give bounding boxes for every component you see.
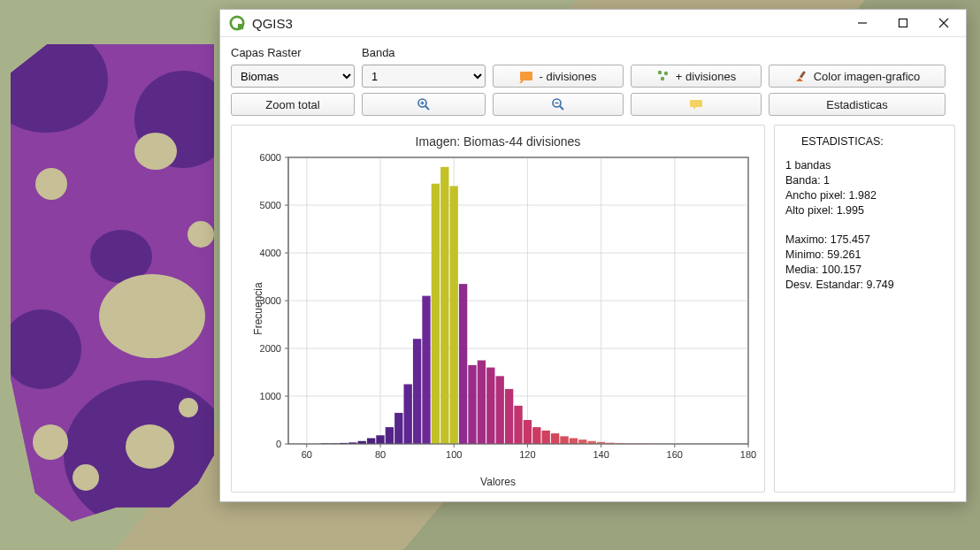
- svg-rect-79: [486, 368, 494, 444]
- raster-layer-select[interactable]: Biomas: [231, 65, 355, 88]
- svg-line-16: [560, 106, 563, 110]
- maximize-button[interactable]: [883, 10, 923, 36]
- window-title: QGIS3: [252, 16, 293, 31]
- svg-rect-68: [386, 427, 394, 444]
- stats-line: 1 bandas: [785, 158, 944, 173]
- svg-rect-72: [422, 296, 430, 444]
- svg-text:160: 160: [667, 449, 683, 460]
- stats-line: Minimo: 59.261: [785, 248, 944, 263]
- svg-text:140: 140: [593, 449, 609, 460]
- svg-rect-6: [520, 72, 532, 80]
- chart-title: Imagen: Biomas-44 divisiones: [237, 134, 759, 149]
- svg-text:5000: 5000: [260, 200, 281, 210]
- svg-rect-81: [505, 389, 513, 444]
- zoom-out-button[interactable]: [493, 93, 624, 116]
- svg-rect-78: [478, 361, 486, 445]
- brush-icon: [794, 69, 808, 83]
- plus-divisions-label: + divisiones: [676, 70, 736, 83]
- chart-xlabel: Valores: [237, 476, 759, 488]
- band-select[interactable]: 1: [362, 65, 486, 88]
- close-button[interactable]: [923, 10, 964, 36]
- minus-divisions-label: - divisiones: [539, 70, 596, 83]
- svg-rect-85: [542, 431, 550, 444]
- svg-text:0: 0: [276, 439, 281, 449]
- svg-point-7: [658, 71, 662, 74]
- zoom-all-label: Zoom total: [265, 98, 319, 111]
- statistics-label: Estadisticas: [826, 98, 887, 111]
- svg-rect-67: [376, 435, 384, 444]
- svg-text:6000: 6000: [260, 152, 281, 163]
- zoom-in-button[interactable]: [362, 93, 486, 116]
- svg-text:80: 80: [375, 449, 386, 460]
- layers-label: Capas Raster: [231, 46, 355, 59]
- svg-text:1000: 1000: [260, 391, 281, 401]
- color-button-label: Color imagen-grafico: [814, 70, 921, 83]
- svg-rect-76: [459, 284, 467, 444]
- svg-rect-69: [394, 413, 402, 444]
- svg-text:100: 100: [446, 449, 462, 460]
- stats-line: Maximo: 175.457: [785, 233, 944, 248]
- zoom-all-button[interactable]: Zoom total: [231, 93, 355, 116]
- svg-text:2000: 2000: [260, 343, 281, 354]
- plus-divisions-button[interactable]: + divisiones: [631, 65, 762, 88]
- svg-rect-88: [570, 439, 578, 444]
- svg-rect-89: [578, 439, 586, 444]
- svg-rect-10: [800, 71, 806, 78]
- svg-text:180: 180: [740, 449, 756, 460]
- svg-rect-66: [367, 439, 375, 444]
- band-label: Banda: [362, 46, 486, 59]
- svg-rect-80: [496, 376, 504, 444]
- statistics-panel: ESTADISTICAS: 1 bandasBanda: 1Ancho pixe…: [774, 125, 955, 493]
- stats-header: ESTADISTICAS:: [801, 134, 944, 149]
- svg-rect-70: [404, 385, 412, 445]
- remove-division-icon: [519, 69, 533, 83]
- svg-rect-77: [468, 365, 476, 444]
- svg-rect-87: [560, 436, 568, 444]
- svg-line-12: [425, 106, 429, 110]
- chart-ylabel: Frecuencia: [252, 282, 264, 334]
- minimize-button[interactable]: [842, 10, 883, 36]
- stats-line: Alto pixel: 1.995: [785, 203, 944, 218]
- histogram-panel: Imagen: Biomas-44 divisiones Frecuencia …: [231, 125, 765, 493]
- svg-rect-83: [524, 420, 532, 444]
- minus-divisions-button[interactable]: - divisiones: [493, 65, 624, 88]
- plugin-window: QGIS3 Capas Raster Banda Biomas 1 - divi…: [219, 9, 967, 502]
- svg-point-9: [661, 77, 664, 80]
- svg-rect-84: [532, 427, 540, 444]
- color-image-chart-button[interactable]: Color imagen-grafico: [769, 65, 946, 88]
- svg-rect-82: [514, 406, 522, 444]
- qgis-logo-icon: [229, 15, 245, 31]
- stats-line: Banda: 1: [785, 173, 944, 188]
- stats-line: [785, 218, 944, 233]
- svg-text:120: 120: [519, 449, 535, 460]
- svg-text:60: 60: [302, 449, 312, 460]
- raster-layer: [11, 44, 214, 522]
- titlebar[interactable]: QGIS3: [220, 10, 966, 37]
- identify-button[interactable]: [631, 93, 762, 116]
- histogram-chart: 0100020003000400050006000608010012014016…: [237, 150, 759, 477]
- svg-rect-86: [551, 433, 559, 444]
- svg-rect-73: [432, 184, 440, 444]
- svg-rect-71: [413, 339, 421, 444]
- svg-text:4000: 4000: [260, 248, 281, 258]
- svg-rect-74: [440, 167, 448, 444]
- svg-rect-1: [238, 24, 243, 29]
- speech-bubble-icon: [689, 97, 703, 111]
- svg-rect-3: [900, 19, 907, 27]
- stats-line: Media: 100.157: [785, 263, 944, 278]
- zoom-in-icon: [417, 97, 431, 111]
- zoom-out-icon: [551, 97, 565, 111]
- stats-line: Desv. Estandar: 9.749: [785, 278, 944, 293]
- statistics-button[interactable]: Estadisticas: [769, 93, 946, 116]
- add-division-icon: [656, 69, 670, 83]
- svg-rect-75: [450, 186, 458, 444]
- stats-line: Ancho pixel: 1.982: [785, 188, 944, 203]
- svg-point-8: [664, 72, 668, 75]
